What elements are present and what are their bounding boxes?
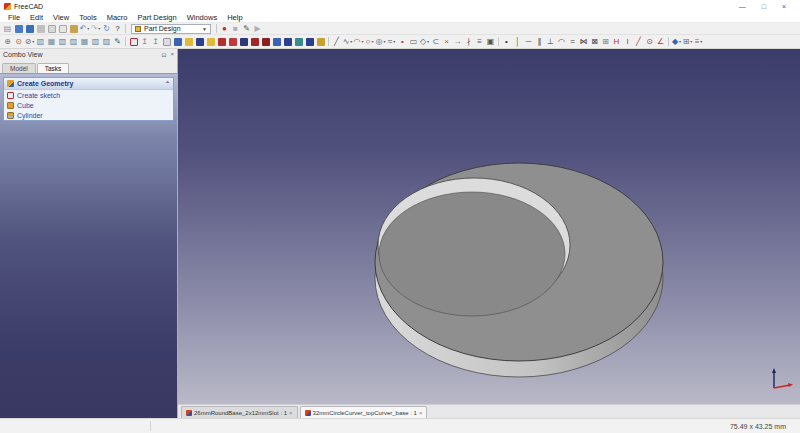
create-circle-dropdown-icon[interactable]: ▾ [371,40,373,44]
macro-edit-button[interactable]: ✎ [242,23,252,35]
validate-sketch-button[interactable] [162,36,172,48]
snap-options-button[interactable]: ⊞▾ [683,36,693,48]
fit-all-button[interactable]: ⊕ [3,36,13,48]
create-arc-button[interactable]: ◠▾ [354,36,364,48]
redo-button[interactable]: ↷▾ [91,23,101,35]
create-slot-button[interactable]: ⊂ [431,36,441,48]
constrain-coincident-button[interactable]: • [502,36,512,48]
split-edge-button[interactable]: ∤ [464,36,474,48]
create-polyline-dropdown-icon[interactable]: ▾ [350,40,352,44]
open-file-button[interactable] [14,23,24,35]
document-tab-2[interactable]: 32mmCircleCurver_topCurver_base : 1× [300,406,428,418]
menu-macro[interactable]: Macro [102,13,133,22]
minimize-button[interactable]: — [739,3,746,10]
pocket-button[interactable] [195,36,205,48]
maximize-button[interactable]: □ [762,3,766,10]
constrain-perpendicular-button[interactable]: ⊥ [546,36,556,48]
create-conic-button[interactable]: ◎▾ [376,36,386,48]
create-sketch-button[interactable] [129,36,139,48]
view-left-button[interactable]: ▨ [102,36,112,48]
create-line-button[interactable]: ╱ [332,36,342,48]
view-rear-button[interactable]: ▦ [80,36,90,48]
view-bottom-button[interactable]: ▧ [91,36,101,48]
create-bspline-dropdown-icon[interactable]: ▾ [393,40,395,44]
create-polygon-button[interactable]: ◇▾ [420,36,430,48]
constrain-vertical-button[interactable]: │ [513,36,523,48]
print-button[interactable] [36,23,46,35]
chamfer-button[interactable] [283,36,293,48]
close-panel-icon[interactable]: × [170,51,174,58]
hole-button[interactable] [228,36,238,48]
menu-view[interactable]: View [48,13,74,22]
carbon-copy-button[interactable]: ▣ [486,36,496,48]
menu-tools[interactable]: Tools [74,13,102,22]
extend-edge-button[interactable]: → [453,36,463,48]
constrain-symmetric-button[interactable]: ⋈ [579,36,589,48]
edit-sketch-button[interactable]: ↥ [140,36,150,48]
menu-help[interactable]: Help [222,13,247,22]
view-front-button[interactable]: ▦ [47,36,57,48]
refresh-button[interactable]: ↻ [102,23,112,35]
view-isometric-button[interactable]: ▧ [36,36,46,48]
3d-viewport[interactable] [178,49,800,404]
menu-part-design[interactable]: Part Design [133,13,182,22]
close-tab-icon[interactable]: × [289,410,293,416]
macro-execute-button[interactable]: ▶ [253,23,263,35]
tab-model[interactable]: Model [2,63,36,73]
3d-model-disc[interactable] [178,49,799,404]
task-item-sketch[interactable]: Create sketch [4,90,173,100]
external-geometry-button[interactable]: ≡ [475,36,485,48]
constrain-angle-button[interactable]: ∠ [656,36,666,48]
whats-this-button[interactable]: ? [113,23,123,35]
save-file-button[interactable] [25,23,35,35]
create-polygon-dropdown-icon[interactable]: ▾ [427,40,429,44]
float-panel-icon[interactable]: ⊡ [161,51,166,58]
boolean-operation-button[interactable] [316,36,326,48]
create-body-button[interactable] [173,36,183,48]
zoom-selection-button[interactable]: ⊙ [14,36,24,48]
toggle-driving-constraint-dropdown-icon[interactable]: ▾ [679,40,681,44]
workbench-selector[interactable]: Part Design ▼ [131,24,211,34]
measure-button[interactable]: ✎ [113,36,123,48]
create-rectangle-button[interactable]: ▭ [409,36,419,48]
constrain-vertical-distance-button[interactable]: I [623,36,633,48]
create-point-button[interactable]: • [398,36,408,48]
constrain-equal-button[interactable]: = [568,36,578,48]
menu-file[interactable]: File [3,13,25,22]
create-bspline-button[interactable]: ≈▾ [387,36,397,48]
create-arc-dropdown-icon[interactable]: ▾ [361,40,363,44]
pad-button[interactable] [184,36,194,48]
copy-button[interactable] [58,23,68,35]
toggle-driving-constraint-button[interactable]: ◆▾ [672,36,682,48]
snap-options-dropdown-icon[interactable]: ▾ [690,40,692,44]
close-tab-icon[interactable]: × [419,410,423,416]
draw-style-dropdown-icon[interactable]: ▾ [32,40,34,44]
constrain-block-button[interactable]: ⊠ [590,36,600,48]
paste-button[interactable] [69,23,79,35]
constrain-radius-button[interactable]: ⊙ [645,36,655,48]
create-geometry-header[interactable]: Create Geometry ⌃ [4,78,173,90]
document-tab-1[interactable]: 26mmRoundBase_2x12mmSlot : 1× [181,406,298,418]
draft-button[interactable] [294,36,304,48]
constrain-lock-button[interactable]: ⊞ [601,36,611,48]
cut-button[interactable] [47,23,57,35]
create-conic-dropdown-icon[interactable]: ▾ [383,40,385,44]
menu-windows[interactable]: Windows [182,13,222,22]
macro-record-button[interactable]: ● [220,23,230,35]
constrain-horizontal-distance-button[interactable]: H [612,36,622,48]
mirrored-button[interactable] [261,36,271,48]
collapse-chevron-icon[interactable]: ⌃ [165,80,170,87]
macro-stop-button[interactable]: ■ [231,23,241,35]
rendering-order-button[interactable]: ≡▾ [694,36,704,48]
polar-pattern-button[interactable] [250,36,260,48]
view-top-button[interactable]: ▧ [58,36,68,48]
map-sketch-to-face-button[interactable]: ↥ [151,36,161,48]
draw-style-button[interactable]: ⊘▾ [25,36,35,48]
task-item-cylinder[interactable]: Cylinder [4,110,173,120]
thickness-button[interactable] [305,36,315,48]
rendering-order-dropdown-icon[interactable]: ▾ [700,40,702,44]
redo-dropdown-icon[interactable]: ▾ [98,27,100,31]
view-right-button[interactable]: ▨ [69,36,79,48]
groove-button[interactable] [217,36,227,48]
tab-tasks[interactable]: Tasks [37,63,70,73]
